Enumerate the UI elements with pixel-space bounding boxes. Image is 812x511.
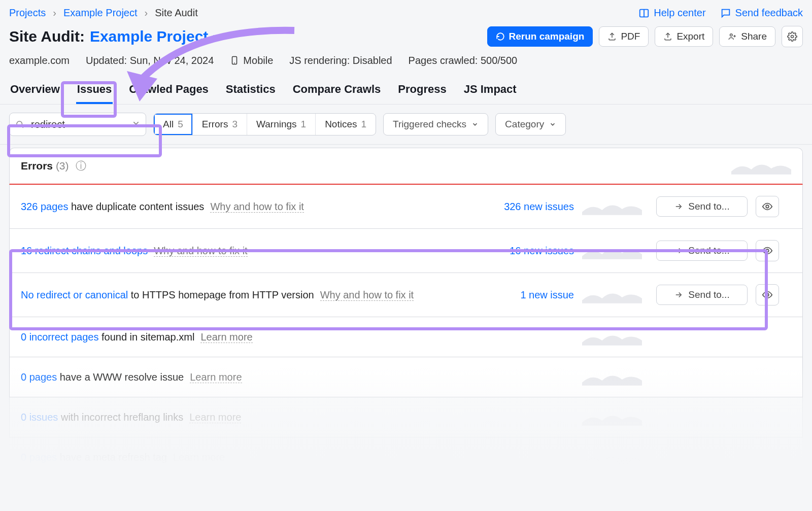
sparkline xyxy=(582,368,642,386)
arrow-right-icon xyxy=(674,202,683,211)
svg-point-13 xyxy=(766,249,769,252)
svg-point-5 xyxy=(791,36,794,38)
meta-row: example.com Updated: Sun, Nov 24, 2024 M… xyxy=(0,52,812,75)
issue-row: 0 pages have a WWW resolve issueLearn mo… xyxy=(9,357,803,397)
filter-warnings[interactable]: Warnings1 xyxy=(247,114,316,135)
triggered-checks-dropdown[interactable]: Triggered checks xyxy=(383,113,488,135)
svg-point-8 xyxy=(17,121,22,127)
help-center-link[interactable]: Help center xyxy=(638,7,705,19)
chevron-down-icon xyxy=(549,121,556,128)
visibility-button[interactable] xyxy=(756,284,779,305)
issue-text: with incorrect hreflang links xyxy=(58,412,183,423)
chevron-right-icon: › xyxy=(53,7,56,19)
visibility-button[interactable] xyxy=(756,196,779,217)
why-link[interactable]: Why and how to fix it xyxy=(320,289,414,301)
breadcrumb: Projects › Example Project › Site Audit xyxy=(9,7,198,19)
svg-point-12 xyxy=(766,205,769,208)
issue-link[interactable]: 326 pages xyxy=(21,201,68,212)
feedback-icon xyxy=(720,8,731,19)
issue-link[interactable]: 0 issues xyxy=(21,412,58,423)
issue-text: have duplicate content issues xyxy=(68,201,204,212)
eye-icon xyxy=(762,245,773,256)
search-input[interactable] xyxy=(9,113,146,136)
issue-text: have a meta refresh tag xyxy=(57,452,167,463)
help-icon xyxy=(638,8,650,19)
issue-link[interactable]: No redirect or canonical xyxy=(21,289,128,300)
why-link[interactable]: Learn more xyxy=(190,371,242,383)
arrow-right-icon xyxy=(674,246,683,255)
tab-js-impact[interactable]: JS Impact xyxy=(463,78,518,104)
chevron-down-icon xyxy=(471,121,479,128)
tab-issues[interactable]: Issues xyxy=(76,78,113,104)
eye-icon xyxy=(762,201,773,212)
mobile-icon xyxy=(230,54,239,66)
category-dropdown[interactable]: Category xyxy=(495,113,566,135)
why-link[interactable]: Why and how to fix it xyxy=(210,201,304,213)
sparkline xyxy=(582,242,642,259)
filter-notices[interactable]: Notices1 xyxy=(316,114,376,135)
refresh-icon xyxy=(496,32,505,41)
new-issues-link[interactable]: 1 new issue xyxy=(478,289,574,301)
svg-point-2 xyxy=(730,34,733,37)
send-to-button[interactable]: Send to... xyxy=(656,285,748,305)
send-to-button[interactable]: Send to... xyxy=(656,196,748,217)
rerun-campaign-button[interactable]: Rerun campaign xyxy=(487,26,593,47)
meta-device: Mobile xyxy=(230,54,273,66)
issue-text: found in sitemap.xml xyxy=(98,331,194,343)
tab-statistics[interactable]: Statistics xyxy=(225,78,277,104)
why-link[interactable]: Why and how to fix it xyxy=(154,245,248,257)
export-button[interactable]: Export xyxy=(655,26,713,47)
info-icon[interactable]: ⓘ xyxy=(76,160,86,172)
issue-link[interactable]: 0 incorrect pages xyxy=(21,331,98,343)
section-title-label: Errors xyxy=(21,160,53,172)
filter-row: All5 Errors3 Warnings1 Notices1 Triggere… xyxy=(0,105,812,145)
issue-link[interactable]: 0 pages xyxy=(21,452,57,463)
new-issues-link[interactable]: 16 new issues xyxy=(478,245,574,257)
send-feedback-link[interactable]: Send feedback xyxy=(720,7,803,19)
filter-errors[interactable]: Errors3 xyxy=(193,114,247,135)
breadcrumb-project[interactable]: Example Project xyxy=(63,7,138,19)
tab-overview[interactable]: Overview xyxy=(9,78,61,104)
sparkline xyxy=(582,198,642,215)
chevron-right-icon: › xyxy=(145,7,148,19)
send-to-button[interactable]: Send to... xyxy=(656,241,748,261)
page-title: Site Audit: xyxy=(9,28,85,45)
issue-row: 326 pages have duplicate content issuesW… xyxy=(9,185,803,229)
eye-icon xyxy=(762,289,773,300)
tabs: Overview Issues Crawled Pages Statistics… xyxy=(0,75,812,105)
search-icon xyxy=(15,120,24,129)
arrow-right-icon xyxy=(674,290,683,299)
why-link[interactable]: Learn more xyxy=(200,331,252,343)
issue-link[interactable]: 0 pages xyxy=(21,371,57,383)
filter-all[interactable]: All5 xyxy=(154,114,193,135)
gear-icon xyxy=(787,31,797,42)
issue-row: 0 issues with incorrect hreflang linksLe… xyxy=(9,397,803,437)
svg-point-14 xyxy=(766,293,769,296)
sparkline xyxy=(582,449,642,466)
issue-row: No redirect or canonical to HTTPS homepa… xyxy=(9,273,803,317)
share-button[interactable]: Share xyxy=(719,26,775,47)
breadcrumb-current: Site Audit xyxy=(155,7,198,19)
sparkline xyxy=(582,408,642,426)
tab-progress[interactable]: Progress xyxy=(397,78,447,104)
project-selector[interactable]: Example Project xyxy=(90,28,219,45)
chevron-down-icon xyxy=(211,32,219,41)
issue-row: 0 incorrect pages found in sitemap.xmlLe… xyxy=(9,317,803,357)
issue-text: have a WWW resolve issue xyxy=(57,371,184,383)
why-link[interactable]: Learn more xyxy=(173,452,225,463)
section-title-count: (3) xyxy=(56,160,69,172)
issue-link[interactable]: 16 redirect chains and loops xyxy=(21,245,148,256)
pdf-button[interactable]: PDF xyxy=(599,26,649,47)
new-issues-link[interactable]: 326 new issues xyxy=(478,201,574,213)
settings-button[interactable] xyxy=(782,26,803,47)
tab-crawled-pages[interactable]: Crawled Pages xyxy=(128,78,210,104)
visibility-button[interactable] xyxy=(756,240,779,261)
tab-compare-crawls[interactable]: Compare Crawls xyxy=(292,78,382,104)
issue-row: 16 redirect chains and loopsWhy and how … xyxy=(9,229,803,273)
meta-pages-crawled: Pages crawled: 500/500 xyxy=(409,55,518,66)
upload-icon xyxy=(607,32,617,41)
clear-icon[interactable] xyxy=(132,120,140,128)
meta-domain: example.com xyxy=(9,55,70,66)
breadcrumb-projects[interactable]: Projects xyxy=(9,7,46,19)
why-link[interactable]: Learn more xyxy=(189,412,241,423)
